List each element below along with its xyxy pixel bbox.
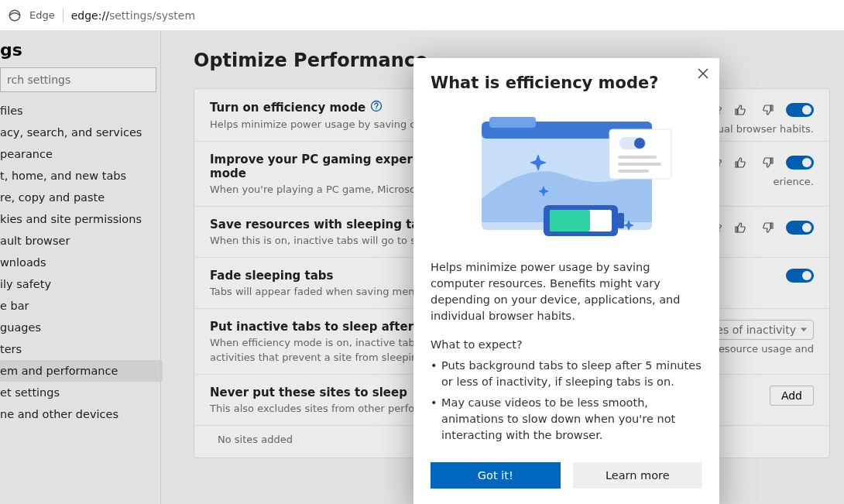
thumbs-up-icon[interactable] bbox=[730, 153, 750, 173]
sidebar-item[interactable]: em and performance bbox=[0, 360, 163, 382]
toggle-switch[interactable] bbox=[786, 221, 814, 235]
add-site-button[interactable]: Add bbox=[770, 386, 814, 406]
got-it-button[interactable]: Got it! bbox=[431, 462, 561, 489]
toggle-switch[interactable] bbox=[786, 156, 814, 170]
url-path: settings/system bbox=[109, 9, 195, 22]
dialog-subhead: What to expect? bbox=[431, 337, 702, 353]
settings-sidebar: gs filesacy, search, and servicespearanc… bbox=[0, 31, 163, 504]
sidebar-item[interactable]: ters bbox=[0, 338, 163, 360]
dialog-bullet: Puts background tabs to sleep after 5 mi… bbox=[431, 358, 702, 390]
svg-point-0 bbox=[9, 10, 20, 21]
dialog-bullet: May cause videos to be less smooth, anim… bbox=[431, 395, 702, 444]
thumbs-down-icon[interactable] bbox=[758, 153, 778, 173]
sidebar-item[interactable]: et settings bbox=[0, 382, 163, 403]
sidebar-item[interactable]: guages bbox=[0, 317, 163, 338]
svg-rect-9 bbox=[618, 163, 661, 166]
dialog-body: Helps minimize power usage by saving com… bbox=[431, 259, 702, 324]
dialog-title: What is efficiency mode? bbox=[431, 74, 702, 92]
close-icon[interactable] bbox=[698, 67, 708, 82]
learn-more-button[interactable]: Learn more bbox=[573, 462, 703, 489]
info-icon[interactable] bbox=[370, 100, 383, 115]
svg-rect-10 bbox=[618, 170, 649, 173]
truncated-text: erience. bbox=[774, 176, 814, 187]
sidebar-item[interactable]: kies and site permissions bbox=[0, 208, 163, 230]
sidebar-item[interactable]: files bbox=[0, 100, 163, 122]
svg-rect-8 bbox=[618, 156, 657, 159]
edge-logo-icon bbox=[8, 9, 22, 22]
truncated-text: esource usage and bbox=[719, 343, 814, 355]
product-name: Edge bbox=[29, 9, 55, 21]
sidebar-item[interactable]: re, copy and paste bbox=[0, 187, 163, 208]
sidebar-item[interactable]: ault browser bbox=[0, 230, 163, 252]
settings-title: gs bbox=[0, 37, 163, 67]
sidebar-item[interactable]: acy, search, and services bbox=[0, 122, 163, 143]
svg-rect-4 bbox=[489, 117, 536, 128]
address-bar-url[interactable]: edge://settings/system bbox=[71, 9, 195, 22]
search-settings-input[interactable] bbox=[0, 67, 156, 92]
svg-point-1 bbox=[372, 101, 382, 111]
toggle-switch[interactable] bbox=[786, 103, 814, 117]
sidebar-item[interactable]: ily safety bbox=[0, 273, 163, 295]
sidebar-item[interactable]: e bar bbox=[0, 295, 163, 317]
efficiency-illustration bbox=[431, 106, 702, 245]
sidebar-item[interactable]: t, home, and new tabs bbox=[0, 165, 163, 187]
thumbs-down-icon[interactable] bbox=[758, 100, 778, 120]
titlebar-divider bbox=[63, 9, 63, 22]
url-scheme: edge:// bbox=[71, 9, 109, 22]
thumbs-up-icon[interactable] bbox=[730, 218, 750, 238]
thumbs-down-icon[interactable] bbox=[758, 218, 778, 238]
thumbs-up-icon[interactable] bbox=[730, 100, 750, 120]
sidebar-item[interactable]: wnloads bbox=[0, 252, 163, 273]
svg-rect-13 bbox=[550, 210, 590, 231]
dialog-bullet-list: Puts background tabs to sleep after 5 mi… bbox=[431, 358, 702, 444]
svg-point-7 bbox=[634, 138, 645, 149]
toggle-switch[interactable] bbox=[786, 269, 814, 283]
sidebar-item[interactable]: ne and other devices bbox=[0, 403, 163, 425]
efficiency-mode-dialog: What is efficiency mode? Helps minimize bbox=[413, 58, 719, 504]
svg-rect-14 bbox=[618, 213, 624, 228]
browser-titlebar: Edge edge://settings/system bbox=[0, 0, 844, 31]
sidebar-item[interactable]: pearance bbox=[0, 143, 163, 165]
